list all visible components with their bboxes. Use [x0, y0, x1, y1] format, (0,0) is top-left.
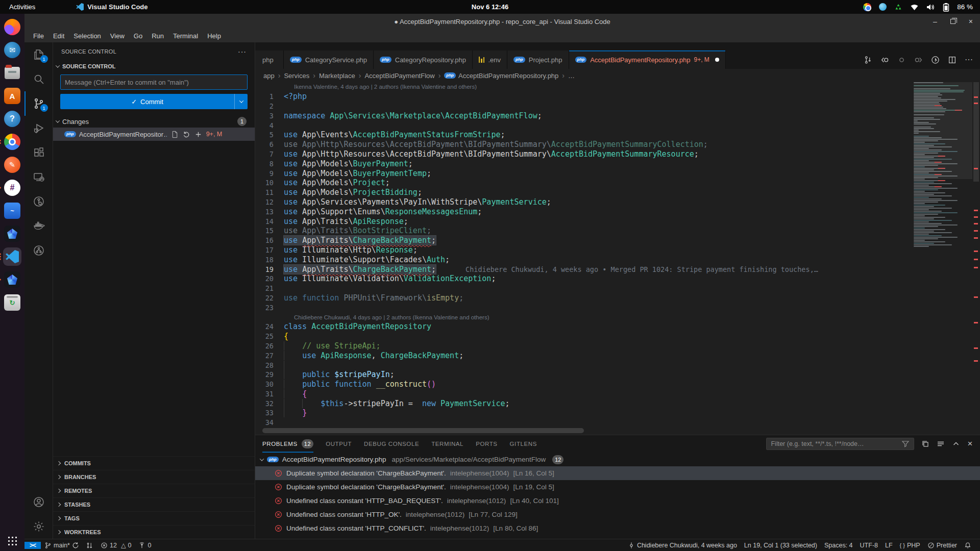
code-line-32[interactable]: 32 $this->stripePayIn = new PaymentServi… [255, 398, 914, 408]
problems-filter-input[interactable]: Filter (e.g. text, **/*.ts, !**/node… [766, 438, 914, 450]
clock[interactable]: Nov 6 12:46 [472, 3, 508, 11]
dock-item-thunderbird[interactable]: ✉ [3, 41, 21, 59]
problems-file-group[interactable]: phpAcceptBidPaymentRepository.phpapp/Ser… [255, 453, 980, 466]
formatter-indicator[interactable]: Prettier [924, 542, 961, 549]
scm-section-commits[interactable]: COMMITS [53, 456, 255, 470]
more-actions-icon[interactable]: ··· [965, 55, 973, 64]
dock-item-vscode[interactable] [3, 247, 21, 266]
dock-item-app-center[interactable]: A [3, 87, 21, 105]
code-line-16[interactable]: 16use App\Traits\ChargeBackPayment; [255, 236, 914, 245]
dock-item-blue-app[interactable] [3, 224, 21, 243]
scm-section-remotes[interactable]: REMOTES [53, 484, 255, 497]
sync-icon[interactable] [72, 542, 79, 549]
menu-item-view[interactable]: View [106, 31, 129, 41]
code-line-27[interactable]: 27 use ApiResponse, ChargeBackPayment; [255, 350, 914, 360]
code-line-20[interactable]: 20use Illuminate\Validation\ValidationEx… [255, 274, 914, 284]
panel-tab-ports[interactable]: PORTS [476, 435, 497, 453]
open-file-icon[interactable] [171, 131, 179, 138]
problem-row[interactable]: Undefined class constant 'HTTP_CONFLICT'… [255, 521, 980, 535]
activity-source-control-icon[interactable]: 1 [24, 91, 53, 116]
code-line-31[interactable]: 31 { [255, 389, 914, 399]
breadcrumb-item[interactable]: Services [284, 72, 309, 80]
copy-icon[interactable] [921, 440, 929, 448]
volume-icon[interactable] [926, 4, 935, 11]
menu-item-go[interactable]: Go [129, 31, 147, 41]
ports-status-item[interactable]: 0 [135, 542, 155, 549]
problem-row[interactable]: Duplicate symbol declaration 'ChargeBack… [255, 480, 980, 494]
dock-item-files[interactable] [3, 64, 21, 82]
wifi-icon[interactable] [910, 4, 919, 11]
stage-changes-icon[interactable] [194, 131, 202, 138]
code-line-19[interactable]: 19use App\Traits\ChargeBackPayment;Chidi… [255, 264, 914, 274]
code-line-4[interactable]: 4 [255, 120, 914, 130]
code-line-29[interactable]: 29 public $stripePayIn; [255, 370, 914, 380]
menu-item-run[interactable]: Run [147, 31, 168, 41]
restore-button[interactable] [950, 19, 955, 24]
activity-docker-icon[interactable] [24, 214, 53, 238]
dock-item-firefox[interactable] [3, 18, 21, 36]
activity-account-icon[interactable] [24, 490, 53, 514]
code-line-18[interactable]: 18use Illuminate\Support\Facades\Auth; [255, 255, 914, 264]
menu-item-file[interactable]: File [29, 31, 48, 41]
code-line-24[interactable]: 24class AcceptBidPaymentRepository [255, 322, 914, 332]
activity-git-graph-icon[interactable] [24, 238, 53, 263]
code-line-22[interactable]: 22use function PHPUnit\Framework\isEmpty… [255, 293, 914, 303]
dock-item-trash[interactable]: ↻ [3, 293, 21, 312]
problems-status-item[interactable]: 12 △ 0 [97, 541, 135, 549]
commit-dropdown-button[interactable] [234, 94, 248, 109]
scm-graph-icon[interactable] [864, 56, 872, 64]
activity-extensions-icon[interactable] [24, 140, 53, 165]
menu-item-edit[interactable]: Edit [48, 31, 69, 41]
run-icon[interactable] [931, 56, 940, 64]
code-line-25[interactable]: 25{ [255, 332, 914, 341]
activity-settings-icon[interactable] [24, 514, 53, 539]
activity-remote-explorer-icon[interactable] [24, 165, 53, 189]
nav-circle-icon[interactable] [897, 56, 906, 64]
nav-forward-icon[interactable] [914, 56, 923, 64]
scm-section-stashes[interactable]: STASHES [53, 497, 255, 511]
tab-project.php[interactable]: phpProject.php [507, 51, 569, 69]
changed-file-row[interactable]: php AcceptBidPaymentRepositor… 9+, M [53, 128, 255, 141]
code-line-30[interactable]: 30 public function __construct() [255, 380, 914, 389]
overview-ruler[interactable] [972, 82, 980, 435]
code-line-28[interactable]: 28 [255, 360, 914, 370]
show-applications-button[interactable] [7, 536, 17, 546]
scm-section-header[interactable]: SOURCE CONTROL [53, 60, 255, 72]
code-line-13[interactable]: 13use App\Support\Enums\ResponseMessages… [255, 207, 914, 216]
view-as-list-icon[interactable] [937, 440, 945, 448]
cursor-position[interactable]: Ln 19, Col 1 (33 selected) [741, 542, 821, 549]
scm-section-worktrees[interactable]: WORKTREES [53, 525, 255, 539]
window-title-bar[interactable]: ● AcceptBidPaymentRepository.php - repo_… [24, 14, 980, 29]
menu-item-help[interactable]: Help [203, 31, 226, 41]
chrome-tray-icon[interactable] [863, 3, 871, 11]
problem-row[interactable]: Duplicate symbol declaration 'ChargeBack… [255, 466, 980, 480]
code-line-1[interactable]: 1<?php [255, 92, 914, 102]
dock-item-help[interactable]: ? [3, 110, 21, 128]
breadcrumb-item[interactable]: Marketplace [319, 72, 355, 80]
code-line-9[interactable]: 9use App\Models\BuyerPaymentTemp; [255, 168, 914, 178]
minimap[interactable] [914, 82, 972, 435]
code-line-11[interactable]: 11use App\Models\ProjectBidding; [255, 188, 914, 197]
code-line-33[interactable]: 33 } [255, 408, 914, 418]
code-line-8[interactable]: 8use App\Models\BuyerPayment; [255, 159, 914, 168]
breadcrumb-item[interactable]: AcceptBidPaymentFlow [364, 72, 434, 80]
language-mode[interactable]: { } PHP [896, 542, 924, 549]
code-line-6[interactable]: 6use App\Http\Resources\AcceptBidPayment… [255, 140, 914, 149]
activity-gitlens-icon[interactable] [24, 189, 53, 214]
branch-indicator[interactable]: main* [41, 542, 83, 549]
code-line-14[interactable]: 14use App\Traits\ApiResponse; [255, 216, 914, 226]
blame-status-item[interactable]: Chidiebere Chukwudi, 4 weeks ago [624, 542, 741, 549]
problem-row[interactable]: Undefined class constant 'HTTP_OK'.intel… [255, 508, 980, 521]
panel-tab-debug-console[interactable]: DEBUG CONSOLE [364, 435, 419, 453]
activities-button[interactable]: Activities [0, 3, 44, 11]
dock-item-slack[interactable]: # [3, 179, 21, 197]
system-tray[interactable]: 86 % [863, 3, 980, 12]
code-line-23[interactable]: 23 [255, 303, 914, 312]
code-line-5[interactable]: 5use App\Events\AcceptBidPaymentStatusFr… [255, 130, 914, 140]
breadcrumb-item[interactable]: phpAcceptBidPaymentRepository.php [444, 72, 558, 80]
code-line-21[interactable]: 21 [255, 284, 914, 293]
breadcrumb-item[interactable]: app [263, 72, 275, 80]
tab-php[interactable]: php [255, 51, 284, 69]
nav-back-icon[interactable] [880, 56, 889, 64]
remote-indicator[interactable]: >< [24, 542, 41, 549]
